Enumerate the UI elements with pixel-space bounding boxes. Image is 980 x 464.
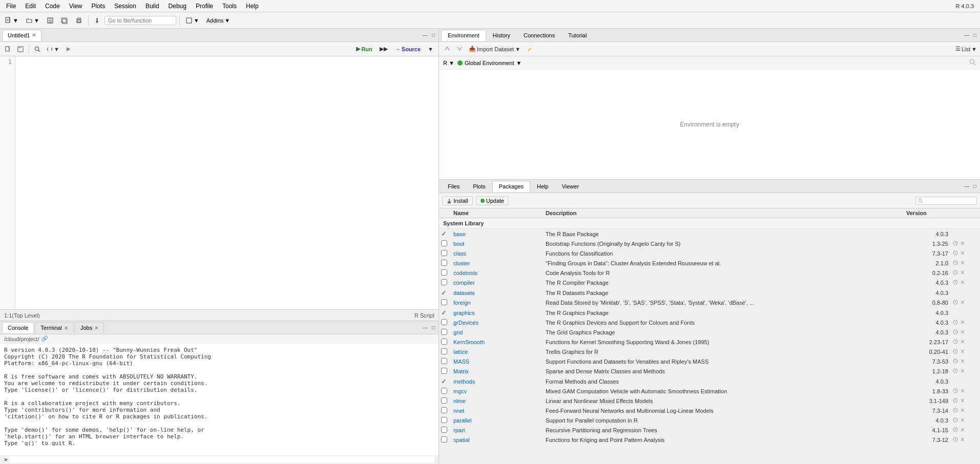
menu-view[interactable]: View xyxy=(65,2,87,11)
source-arrow-btn[interactable]: ▼ xyxy=(426,45,435,53)
pkg-name-cell[interactable]: KernSmooth xyxy=(453,339,546,345)
find-btn[interactable] xyxy=(32,45,43,53)
pkg-tab-viewer[interactable]: Viewer xyxy=(555,181,586,192)
pkg-delete-icon[interactable] xyxy=(960,269,966,277)
pkg-update-icon[interactable] xyxy=(952,368,958,375)
pkg-checkbox-cell[interactable] xyxy=(441,358,453,365)
goto-input[interactable] xyxy=(105,16,176,25)
pkg-delete-icon[interactable] xyxy=(960,397,966,405)
pkg-update-icon[interactable] xyxy=(952,427,958,434)
pkg-checkbox-cell[interactable] xyxy=(441,279,453,286)
r-selector-btn[interactable]: R ▼ xyxy=(443,60,454,66)
pkg-delete-icon[interactable] xyxy=(960,329,966,336)
pkg-delete-icon[interactable] xyxy=(960,368,966,375)
pkg-delete-icon[interactable] xyxy=(960,348,966,355)
editor-save-btn[interactable] xyxy=(15,45,26,53)
source-btn[interactable]: → Source xyxy=(393,45,423,53)
pkg-checkbox[interactable] xyxy=(441,319,447,325)
pkg-delete-icon[interactable] xyxy=(960,436,966,444)
pkg-checkbox[interactable] xyxy=(441,388,447,394)
pkg-minimize-btn[interactable]: — xyxy=(963,183,971,189)
menu-build[interactable]: Build xyxy=(141,2,163,11)
pkg-name-cell[interactable]: nnet xyxy=(453,408,546,414)
install-btn[interactable]: Install xyxy=(442,196,473,205)
pkg-delete-icon[interactable] xyxy=(960,279,966,286)
pkg-delete-icon[interactable] xyxy=(960,407,966,414)
terminal-tab-close[interactable]: ✕ xyxy=(64,325,68,331)
pkg-tab-help[interactable]: Help xyxy=(530,181,555,192)
import-dataset-btn[interactable]: 📥 Import Dataset ▼ xyxy=(467,45,523,53)
pkg-update-icon[interactable] xyxy=(952,436,958,444)
pkg-checkbox-cell[interactable]: ✓ xyxy=(441,309,453,317)
jobs-tab-close[interactable]: ✕ xyxy=(94,325,98,331)
pkg-checkbox-cell[interactable]: ✓ xyxy=(441,289,453,297)
menu-debug[interactable]: Debug xyxy=(164,2,191,11)
pkg-tab-packages[interactable]: Packages xyxy=(492,181,530,192)
pkg-name-cell[interactable]: nlme xyxy=(453,398,546,404)
pkg-checkbox[interactable] xyxy=(441,269,447,276)
pkg-delete-icon[interactable] xyxy=(960,388,966,395)
pkg-update-icon[interactable] xyxy=(952,348,958,355)
env-minimize-btn[interactable]: — xyxy=(963,32,971,38)
run-btn[interactable]: ▶ Run xyxy=(354,45,374,53)
pkg-checkbox-cell[interactable] xyxy=(441,299,453,306)
pkg-checkbox[interactable] xyxy=(441,260,447,266)
env-maximize-btn[interactable]: □ xyxy=(972,32,978,38)
env-save-btn[interactable] xyxy=(442,45,452,53)
pkg-name-cell[interactable]: lattice xyxy=(453,349,546,355)
pkg-maximize-btn[interactable]: □ xyxy=(972,183,978,189)
pkg-checkbox-cell[interactable] xyxy=(441,250,453,257)
menu-tools[interactable]: Tools xyxy=(218,2,241,11)
global-env-btn[interactable]: Global Environment ▼ xyxy=(457,60,522,66)
pkg-update-icon[interactable] xyxy=(952,319,958,326)
pkg-checkbox[interactable] xyxy=(441,436,447,442)
pkg-name-cell[interactable]: class xyxy=(453,250,546,257)
pkg-name-cell[interactable]: boot xyxy=(453,241,546,247)
rerun-btn[interactable]: ▶▶ xyxy=(378,45,390,53)
update-btn[interactable]: Update xyxy=(476,196,509,205)
pkg-checkbox-cell[interactable] xyxy=(441,339,453,346)
pkg-checkbox-cell[interactable] xyxy=(441,269,453,277)
pkg-name-cell[interactable]: parallel xyxy=(453,417,546,424)
pkg-checkbox[interactable] xyxy=(441,279,447,285)
menu-file[interactable]: File xyxy=(2,2,20,11)
pkg-update-icon[interactable] xyxy=(952,299,958,306)
pkg-checkbox-cell[interactable]: ✓ xyxy=(441,377,453,385)
menu-session[interactable]: Session xyxy=(110,2,140,11)
pkg-name-cell[interactable]: methods xyxy=(453,378,546,385)
editor-tab-untitled1[interactable]: Untitled1 ✕ xyxy=(2,30,41,41)
pkg-checkbox-cell[interactable] xyxy=(441,240,453,247)
pkg-checkbox[interactable] xyxy=(441,329,447,335)
pkg-update-icon[interactable] xyxy=(952,417,958,424)
save-btn[interactable] xyxy=(44,15,56,26)
pkg-search-input[interactable] xyxy=(923,198,974,204)
pkg-update-icon[interactable] xyxy=(952,250,958,257)
console-input[interactable] xyxy=(10,456,434,463)
pkg-delete-icon[interactable] xyxy=(960,358,966,365)
pkg-name-cell[interactable]: grid xyxy=(453,329,546,335)
menu-edit[interactable]: Edit xyxy=(21,2,40,11)
pkg-delete-icon[interactable] xyxy=(960,319,966,326)
menu-plots[interactable]: Plots xyxy=(88,2,110,11)
open-file-btn[interactable]: ▼ xyxy=(23,15,42,26)
pkg-update-icon[interactable] xyxy=(952,269,958,277)
console-tab-terminal[interactable]: Terminal ✕ xyxy=(35,322,74,333)
pkg-update-icon[interactable] xyxy=(952,397,958,405)
code-editor[interactable] xyxy=(15,56,439,309)
pkg-delete-icon[interactable] xyxy=(960,339,966,346)
pkg-checkbox[interactable] xyxy=(441,299,447,305)
pkg-name-cell[interactable]: grDevices xyxy=(453,320,546,326)
project-btn[interactable]: ▼ xyxy=(183,15,202,26)
env-tab-connections[interactable]: Connections xyxy=(517,30,561,41)
pkg-name-cell[interactable]: MASS xyxy=(453,358,546,365)
pkg-checkbox-cell[interactable] xyxy=(441,348,453,355)
list-view-btn[interactable]: ☰ List ▼ xyxy=(955,46,977,52)
pkg-name-cell[interactable]: datasets xyxy=(453,290,546,296)
save-all-btn[interactable] xyxy=(58,15,71,26)
pkg-checkbox-cell[interactable] xyxy=(441,368,453,375)
pkg-checkbox-cell[interactable] xyxy=(441,397,453,405)
pkg-checkbox[interactable] xyxy=(441,339,447,345)
env-search-icon[interactable] xyxy=(969,58,976,66)
pkg-checkbox-cell[interactable] xyxy=(441,319,453,326)
pkg-name-cell[interactable]: mgcv xyxy=(453,388,546,394)
